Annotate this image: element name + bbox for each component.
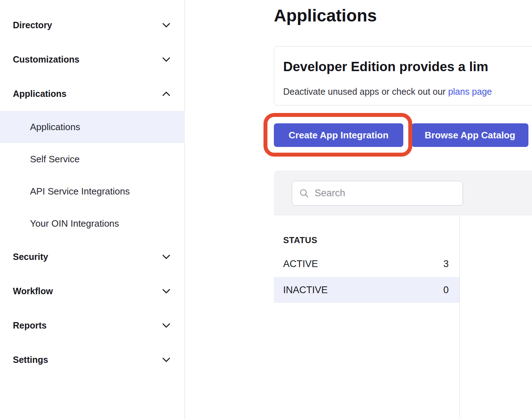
sidebar-item-security[interactable]: Security: [13, 248, 170, 265]
create-app-integration-button[interactable]: Create App Integration: [274, 123, 403, 147]
chevron-up-icon: [162, 92, 170, 96]
filter-row-label: ACTIVE: [283, 258, 318, 270]
search-icon: [299, 188, 309, 198]
sidebar-subitem-your-oin-integrations[interactable]: Your OIN Integrations: [0, 207, 185, 240]
chevron-down-icon: [162, 255, 170, 259]
filter-row-active[interactable]: ACTIVE 3: [274, 251, 459, 277]
filter-row-count: 0: [443, 285, 449, 296]
sidebar-item-label: Customizations: [13, 54, 79, 65]
sidebar-item-label: Reports: [13, 320, 46, 331]
chevron-down-icon: [162, 358, 170, 362]
sidebar-item-applications[interactable]: Applications: [13, 85, 170, 102]
chevron-down-icon: [162, 57, 170, 62]
sidebar-subitem-label: Applications: [30, 122, 80, 133]
status-filter-header: STATUS: [283, 235, 317, 245]
developer-edition-banner: Developer Edition provides a lim Deactiv…: [274, 46, 532, 105]
sidebar-subitem-self-service[interactable]: Self Service: [0, 143, 185, 175]
browse-app-catalog-button[interactable]: Browse App Catalog: [412, 123, 528, 147]
search-box: [292, 181, 463, 206]
filter-row-count: 3: [443, 258, 449, 270]
search-input[interactable]: [314, 187, 455, 199]
chevron-down-icon: [162, 23, 170, 28]
sidebar-item-label: Settings: [13, 355, 48, 365]
plans-page-link[interactable]: plans page: [448, 87, 492, 97]
sidebar-subitem-label: Your OIN Integrations: [30, 218, 119, 229]
chevron-down-icon: [162, 289, 170, 294]
banner-body-text: Deactivate unused apps or check out our: [283, 87, 448, 97]
filter-row-inactive[interactable]: INACTIVE 0: [274, 277, 459, 303]
sidebar-subitem-api-service-integrations[interactable]: API Service Integrations: [0, 175, 185, 207]
sidebar-item-directory[interactable]: Directory: [13, 16, 170, 34]
sidebar-item-reports[interactable]: Reports: [13, 317, 170, 334]
sidebar-subitem-applications[interactable]: Applications: [0, 111, 185, 143]
page-title: Applications: [274, 6, 377, 25]
sidebar-item-customizations[interactable]: Customizations: [13, 51, 170, 68]
sidebar-item-label: Workflow: [13, 286, 53, 296]
sidebar-item-label: Applications: [13, 89, 66, 99]
sidebar-subitem-label: API Service Integrations: [30, 186, 130, 197]
sidebar: Directory Customizations Applications Ap…: [0, 0, 185, 419]
banner-body: Deactivate unused apps or check out our …: [283, 87, 492, 97]
banner-heading: Developer Edition provides a lim: [283, 59, 488, 74]
sidebar-item-settings[interactable]: Settings: [13, 351, 170, 368]
sidebar-item-workflow[interactable]: Workflow: [13, 282, 170, 300]
sidebar-subitem-label: Self Service: [30, 154, 80, 165]
status-filter-panel: STATUS ACTIVE 3 INACTIVE 0: [274, 215, 460, 419]
filter-row-label: INACTIVE: [283, 285, 328, 296]
sidebar-item-label: Directory: [13, 20, 52, 30]
chevron-down-icon: [162, 323, 170, 328]
sidebar-item-label: Security: [13, 252, 48, 262]
